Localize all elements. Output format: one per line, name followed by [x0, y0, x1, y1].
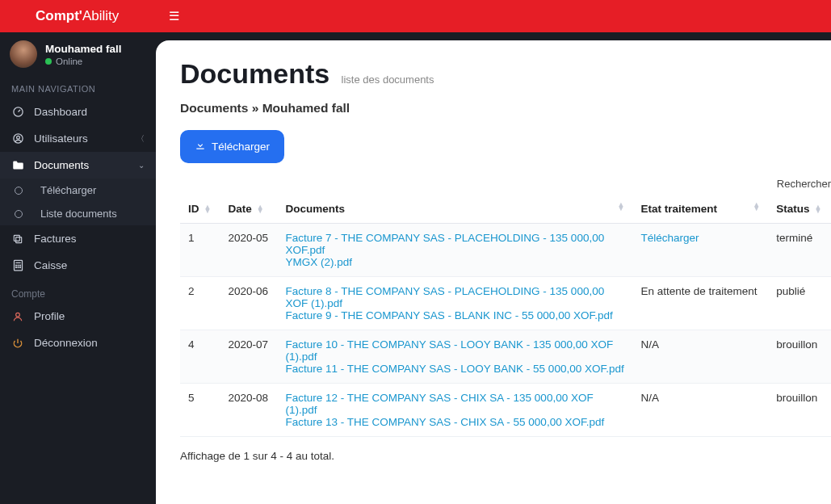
sidebar-item-label: Dashboard [34, 106, 87, 118]
search-label: Rechercher [180, 178, 831, 190]
cell-etat: Télécharger [633, 224, 769, 277]
person-icon [11, 311, 24, 322]
sort-icon: ▲▼ [204, 205, 212, 214]
svg-point-8 [18, 265, 19, 266]
cell-id: 4 [180, 330, 220, 384]
cell-id: 5 [180, 384, 220, 437]
power-icon [11, 338, 24, 349]
col-date[interactable]: Date▲▼ [220, 195, 277, 224]
document-link[interactable]: Facture 10 - THE COMPANY SAS - LOOY BANK… [286, 338, 625, 363]
document-link[interactable]: Facture 13 - THE COMPANY SAS - CHIX SA -… [286, 416, 625, 428]
sidebar: Mouhamed fall Online MAIN NAVIGATION Das… [0, 32, 156, 504]
topbar: Compt'Ability ☰ [0, 0, 831, 32]
svg-rect-4 [14, 235, 19, 241]
sidebar-subitem-download[interactable]: Télécharger [0, 178, 156, 202]
brand[interactable]: Compt'Ability [0, 0, 156, 32]
sort-icon: ▲▼ [618, 203, 625, 212]
cell-date: 2020-05 [220, 224, 277, 277]
brand-light: Ability [82, 8, 119, 24]
table-row: 12020-05Facture 7 - THE COMPANY SAS - PL… [180, 224, 831, 277]
sidebar-item-profile[interactable]: Profile [0, 303, 156, 330]
table-row: 52020-08Facture 12 - THE COMPANY SAS - C… [180, 384, 831, 437]
chevron-down-icon: ⌄ [138, 161, 145, 170]
document-link[interactable]: Facture 9 - THE COMPANY SAS - BLANK INC … [286, 309, 625, 321]
cell-docs: Facture 10 - THE COMPANY SAS - LOOY BANK… [278, 330, 633, 384]
user-status: Online [45, 57, 122, 66]
documents-subnav: Télécharger Liste documents [0, 178, 156, 225]
circle-icon [15, 187, 23, 195]
user-name: Mouhamed fall [45, 43, 122, 55]
account-heading: Compte [0, 279, 156, 303]
sidebar-item-dashboard[interactable]: Dashboard [0, 99, 156, 125]
page-subtitle: liste des documents [342, 74, 434, 86]
sidebar-item-documents[interactable]: Documents ⌄ [0, 152, 156, 178]
col-etat[interactable]: Etat traitement▲▼ [633, 195, 769, 224]
cell-date: 2020-08 [220, 384, 277, 437]
cell-docs: Facture 7 - THE COMPANY SAS - PLACEHOLDI… [278, 224, 633, 277]
sidebar-item-label: Documents [34, 159, 89, 171]
svg-point-13 [16, 313, 20, 317]
svg-rect-3 [16, 237, 22, 242]
table-footer-count: Affichage de 1 sur 4 - 4 au total. [180, 450, 831, 462]
sidebar-item-label: Utilisateurs [34, 132, 88, 145]
sidebar-item-label: Profile [34, 310, 65, 322]
cell-id: 1 [180, 224, 220, 277]
cell-id: 2 [180, 277, 220, 330]
sidebar-item-users[interactable]: Utilisateurs 〈 [0, 125, 156, 152]
sidebar-item-label: Factures [34, 233, 77, 245]
etat-link[interactable]: Télécharger [641, 232, 699, 244]
page-title: Documents [180, 58, 329, 90]
brand-bold: Compt' [36, 8, 82, 24]
svg-point-9 [19, 265, 20, 266]
col-docs[interactable]: Documents▲▼ [278, 195, 633, 224]
col-id[interactable]: ID▲▼ [180, 195, 220, 224]
document-link[interactable]: Facture 12 - THE COMPANY SAS - CHIX SA -… [286, 392, 625, 416]
document-link[interactable]: YMGX (2).pdf [286, 256, 625, 268]
sidebar-item-label: Télécharger [40, 184, 96, 196]
col-status[interactable]: Status▲▼ [768, 195, 831, 224]
user-panel: Mouhamed fall Online [0, 32, 156, 78]
copy-icon [11, 233, 24, 245]
user-status-label: Online [56, 57, 82, 66]
avatar[interactable] [10, 40, 37, 68]
cell-date: 2020-07 [220, 330, 277, 384]
svg-point-7 [15, 265, 16, 266]
sidebar-item-invoices[interactable]: Factures [0, 225, 156, 252]
cell-date: 2020-06 [220, 277, 277, 330]
sort-icon: ▲▼ [753, 203, 760, 212]
download-button[interactable]: Télécharger [180, 130, 284, 163]
cell-etat: En attente de traitement [633, 277, 769, 330]
folder-icon [11, 160, 24, 170]
sidebar-item-label: Caisse [34, 259, 67, 271]
sidebar-item-label: Liste documents [40, 208, 117, 220]
cell-etat: N/A [633, 330, 769, 384]
sidebar-item-logout[interactable]: Déconnexion [0, 330, 156, 356]
documents-table: ID▲▼ Date▲▼ Documents▲▼ Etat traitement▲… [180, 195, 831, 437]
cell-status: brouillon [768, 330, 831, 384]
svg-point-10 [15, 267, 16, 268]
circle-icon [15, 210, 23, 218]
sidebar-subitem-list[interactable]: Liste documents [0, 202, 156, 225]
table-row: 42020-07Facture 10 - THE COMPANY SAS - L… [180, 330, 831, 384]
cell-docs: Facture 12 - THE COMPANY SAS - CHIX SA -… [278, 384, 633, 437]
download-button-label: Télécharger [212, 141, 270, 153]
online-dot-icon [45, 58, 52, 65]
cell-status: terminé [768, 224, 831, 277]
sidebar-item-cash[interactable]: Caisse [0, 252, 156, 279]
document-link[interactable]: Facture 8 - THE COMPANY SAS - PLACEHOLDI… [286, 285, 625, 309]
sort-icon: ▲▼ [257, 205, 264, 214]
sidebar-item-label: Déconnexion [34, 337, 98, 349]
breadcrumb: Documents » Mouhamed fall [180, 101, 831, 116]
download-icon [195, 140, 206, 153]
document-link[interactable]: Facture 7 - THE COMPANY SAS - PLACEHOLDI… [286, 232, 625, 256]
chevron-left-icon: 〈 [136, 133, 145, 145]
cell-status: publié [768, 277, 831, 330]
sort-icon: ▲▼ [814, 205, 821, 214]
cell-status: brouillon [768, 384, 831, 437]
document-link[interactable]: Facture 11 - THE COMPANY SAS - LOOY BANK… [286, 363, 625, 375]
calculator-icon [11, 259, 24, 271]
menu-toggle-icon[interactable]: ☰ [156, 9, 192, 23]
nav-heading: MAIN NAVIGATION [0, 78, 156, 99]
svg-point-12 [19, 267, 20, 268]
cell-docs: Facture 8 - THE COMPANY SAS - PLACEHOLDI… [278, 277, 633, 330]
